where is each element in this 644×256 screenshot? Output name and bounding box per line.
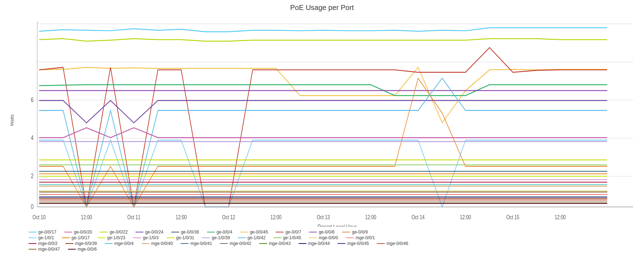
legend-label: ge-0/0/20 — [74, 230, 92, 235]
legend-label: mge-0/0/39 — [75, 241, 97, 246]
legend-label: ge-0/0/36 — [181, 230, 199, 235]
svg-text:Report Local Hour: Report Local Hour — [318, 224, 357, 227]
legend-item: ge-1/0/17 — [62, 235, 90, 240]
legend-line-swatch — [64, 232, 72, 232]
legend-item: ge-1/0/31 — [167, 235, 195, 240]
svg-text:Oct 15: Oct 15 — [506, 214, 520, 220]
legend-row: ge-0/0/17ge-0/0/20ge-0/0/22ge-0/0/24ge-0… — [29, 230, 615, 235]
legend-item: mge-0/0/41 — [181, 241, 212, 246]
legend-line-swatch — [167, 237, 174, 238]
legend-line-swatch — [274, 237, 281, 238]
legend-item: mge-0/0/42 — [220, 241, 251, 246]
legend-item: mge-0/0/2 — [29, 241, 58, 246]
legend-item: mge-0/0/45 — [338, 241, 369, 246]
svg-text:Oct 14: Oct 14 — [412, 214, 425, 220]
legend-label: mge-0/0/4 — [114, 241, 134, 246]
svg-text:12:00: 12:00 — [365, 214, 376, 220]
legend-line-swatch — [342, 232, 350, 232]
legend-item: mge-0/0/1 — [346, 235, 375, 240]
legend-item: mge-0/0/44 — [299, 241, 330, 246]
legend-item: mge-0/0/46 — [377, 241, 408, 246]
legend-label: ge-1/0/17 — [72, 235, 90, 240]
legend-label: mge-0/0/0 — [319, 235, 338, 240]
legend-line-swatch — [238, 237, 246, 238]
legend-label: ge-0/0/7 — [285, 230, 301, 235]
legend-item: ge-0/0/17 — [29, 230, 56, 235]
legend-item: mge-0/0/6 — [68, 247, 97, 252]
legend-line-swatch — [171, 232, 179, 232]
legend-line-swatch — [309, 237, 317, 238]
legend-item: ge-1/0/42 — [238, 235, 266, 240]
legend-item: ge-0/0/24 — [136, 230, 163, 235]
svg-text:0: 0 — [31, 203, 34, 210]
legend-label: mge-0/0/44 — [308, 241, 330, 246]
y-axis-label: Watts — [7, 14, 15, 227]
legend-line-swatch — [181, 243, 188, 244]
legend-label: mge-0/0/2 — [38, 241, 58, 246]
legend-line-swatch — [240, 232, 248, 232]
legend-line-swatch — [207, 232, 215, 232]
legend-line-swatch — [98, 237, 105, 238]
legend-label: mge-0/0/6 — [78, 247, 97, 252]
legend-line-swatch — [100, 232, 108, 232]
legend-item: mge-0/0/47 — [29, 247, 60, 252]
legend-item: mge-0/0/39 — [65, 241, 97, 246]
svg-text:6: 6 — [31, 96, 34, 103]
legend-item: ge-1/0/23 — [98, 235, 126, 240]
legend-line-swatch — [346, 237, 354, 238]
legend-item: ge-0/0/45 — [240, 230, 268, 235]
chart-title: PoE Usage per Port — [290, 4, 354, 12]
legend-line-swatch — [29, 237, 36, 238]
legend-item: ge-1/0/1 — [29, 235, 54, 240]
svg-text:Oct 12: Oct 12 — [222, 214, 235, 220]
legend-item: ge-0/0/22 — [100, 230, 128, 235]
legend-label: ge-0/0/8 — [319, 230, 334, 235]
chart-area-wrapper: Watts 0 2 4 6 Oct 10 12:00 Oct 11 12:00 … — [7, 14, 637, 227]
svg-text:12:00: 12:00 — [460, 214, 471, 220]
svg-text:Oct 13: Oct 13 — [317, 214, 330, 220]
legend-line-swatch — [136, 232, 143, 232]
legend-label: mge-0/0/46 — [387, 241, 408, 246]
legend-row: ge-1/0/1ge-1/0/17ge-1/0/23ge-1/0/3ge-1/0… — [29, 235, 615, 240]
svg-text:12:00: 12:00 — [176, 214, 187, 220]
legend-line-swatch — [299, 243, 306, 244]
legend-item: ge-0/0/9 — [342, 230, 368, 235]
legend-label: ge-1/0/45 — [283, 235, 301, 240]
legend-line-swatch — [259, 243, 267, 244]
legend-line-swatch — [338, 243, 345, 244]
legend-line-swatch — [62, 237, 70, 238]
legend-item: ge-1/0/45 — [274, 235, 301, 240]
legend-label: mge-0/0/1 — [355, 235, 375, 240]
legend-label: ge-1/0/42 — [247, 235, 266, 240]
legend-line-swatch — [309, 232, 317, 232]
legend-label: mge-0/0/47 — [38, 247, 60, 252]
legend-item: ge-0/0/7 — [276, 230, 301, 235]
legend-item: ge-0/0/4 — [207, 230, 232, 235]
legend-label: mge-0/0/40 — [151, 241, 173, 246]
legend-label: ge-0/0/24 — [145, 230, 163, 235]
legend-line-swatch — [142, 243, 149, 244]
legend-area: ge-0/0/17ge-0/0/20ge-0/0/22ge-0/0/24ge-0… — [7, 227, 637, 252]
legend-line-swatch — [377, 243, 385, 244]
legend-label: ge-0/0/45 — [250, 230, 268, 235]
svg-text:2: 2 — [31, 172, 34, 179]
svg-text:4: 4 — [31, 135, 34, 141]
svg-text:12:00: 12:00 — [555, 214, 566, 220]
legend-item: mge-0/0/43 — [259, 241, 291, 246]
legend-item: ge-1/0/39 — [202, 235, 230, 240]
legend-item: ge-0/0/8 — [309, 230, 334, 235]
chart-svg: 0 2 4 6 Oct 10 12:00 Oct 11 12:00 Oct 12… — [15, 14, 637, 227]
legend-label: mge-0/0/41 — [190, 241, 212, 246]
legend-line-swatch — [276, 232, 284, 232]
legend-label: ge-0/0/17 — [38, 230, 56, 235]
legend-label: mge-0/0/43 — [269, 241, 291, 246]
legend-line-swatch — [202, 237, 210, 238]
legend-line-swatch — [105, 243, 113, 244]
legend-item: mge-0/0/0 — [309, 235, 338, 240]
svg-text:12:00: 12:00 — [270, 214, 281, 220]
svg-text:Oct 11: Oct 11 — [127, 214, 141, 220]
legend-label: ge-0/0/22 — [109, 230, 128, 235]
legend-label: mge-0/0/45 — [347, 241, 369, 246]
legend-line-swatch — [133, 237, 141, 238]
legend-label: ge-1/0/39 — [212, 235, 230, 240]
